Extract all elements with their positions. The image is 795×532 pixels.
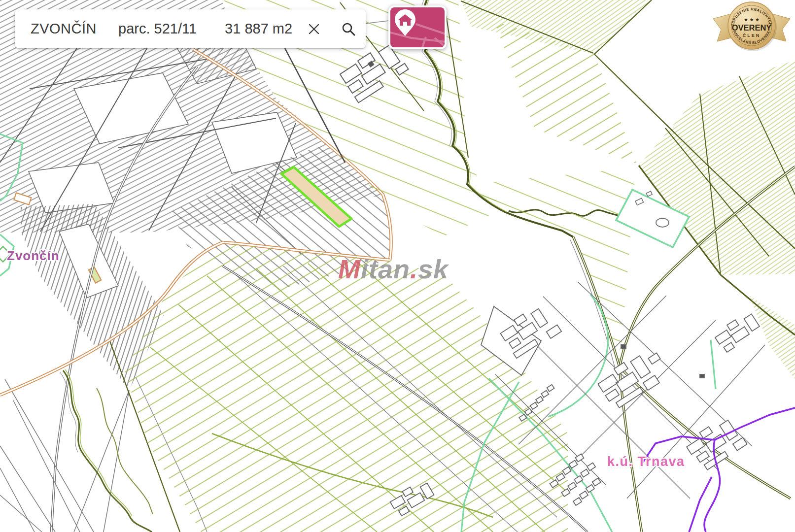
search-button[interactable] xyxy=(338,18,359,40)
badge-stars: ★ ★ ★ xyxy=(744,17,760,22)
close-icon xyxy=(307,22,321,36)
search-area-value: 31 887 m2 xyxy=(225,21,292,37)
search-parcel-value: parc. 521/11 xyxy=(118,21,197,37)
cadastral-map-app: Zvončín k.ú. Trnava Mitan.sk ZVONČÍN par… xyxy=(0,0,795,532)
parcel-search-bar[interactable]: ZVONČÍN parc. 521/11 31 887 m2 xyxy=(15,9,366,48)
map-view-toggle-button[interactable] xyxy=(388,5,447,49)
home-pin-icon xyxy=(395,9,415,36)
cadastre-label: k.ú. Trnava xyxy=(607,454,685,469)
badge-title: OVERENÝ xyxy=(732,23,772,32)
badge-subtitle: ČLEN xyxy=(743,33,761,38)
search-icon xyxy=(341,21,356,37)
verified-member-badge: ZDRUŽENIE REALITNÝCH KANCELÁRIÍ SLOVENSK… xyxy=(708,0,795,60)
village-label: Zvončín xyxy=(7,248,60,263)
search-location-value: ZVONČÍN xyxy=(31,21,97,37)
clear-search-button[interactable] xyxy=(303,18,325,40)
map-canvas[interactable]: Zvončín k.ú. Trnava xyxy=(0,0,795,532)
